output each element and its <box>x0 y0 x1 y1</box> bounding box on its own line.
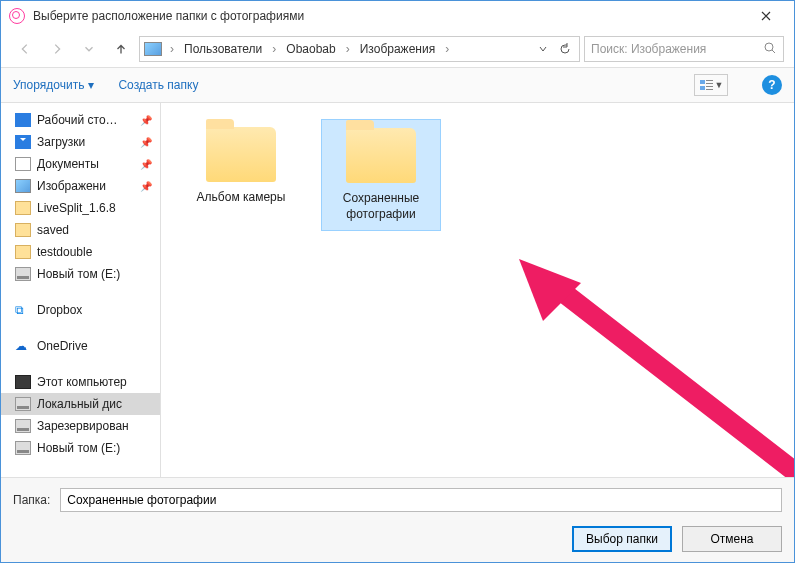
sidebar-item-testdouble[interactable]: testdouble <box>1 241 160 263</box>
svg-rect-3 <box>706 83 713 84</box>
pin-icon: 📌 <box>140 159 152 170</box>
up-button[interactable] <box>107 36 135 62</box>
drive-icon <box>15 267 31 281</box>
cancel-button[interactable]: Отмена <box>682 526 782 552</box>
titlebar: Выберите расположение папки с фотография… <box>1 1 794 31</box>
svg-point-0 <box>765 43 773 51</box>
documents-icon <box>15 157 31 171</box>
search-input[interactable] <box>591 42 763 56</box>
new-folder-button[interactable]: Создать папку <box>118 78 198 92</box>
chevron-down-icon: ▾ <box>88 78 94 92</box>
sidebar-item-onedrive[interactable]: ☁OneDrive <box>1 335 160 357</box>
address-bar: › Пользователи › Obaobab › Изображения › <box>1 31 794 67</box>
crumb-user[interactable]: Obaobab <box>282 40 339 58</box>
window-title: Выберите расположение папки с фотография… <box>33 9 746 23</box>
desktop-icon <box>15 113 31 127</box>
sidebar-item-dropbox[interactable]: ⧉Dropbox <box>1 299 160 321</box>
svg-rect-6 <box>706 89 713 90</box>
onedrive-icon: ☁ <box>15 339 31 353</box>
crumb-users[interactable]: Пользователи <box>180 40 266 58</box>
app-icon <box>9 8 25 24</box>
breadcrumb[interactable]: › Пользователи › Obaobab › Изображения › <box>139 36 580 62</box>
pin-icon: 📌 <box>140 137 152 148</box>
sidebar-item-volume-e-1[interactable]: Новый том (E:) <box>1 263 160 285</box>
close-button[interactable] <box>746 2 786 30</box>
downloads-icon <box>15 135 31 149</box>
sidebar-item-reserved[interactable]: Зарезервирован <box>1 415 160 437</box>
chevron-right-icon: › <box>166 42 178 56</box>
sidebar-item-this-pc[interactable]: Этот компьютер <box>1 371 160 393</box>
sidebar-item-livesplit[interactable]: LiveSplit_1.6.8 <box>1 197 160 219</box>
address-dropdown[interactable] <box>533 44 553 54</box>
chevron-right-icon: › <box>268 42 280 56</box>
annotation-arrow <box>501 253 794 477</box>
folder-name-input[interactable] <box>60 488 782 512</box>
pictures-icon <box>144 42 162 56</box>
chevron-right-icon: › <box>441 42 453 56</box>
crumb-pictures[interactable]: Изображения <box>356 40 439 58</box>
button-row: Выбор папки Отмена <box>13 526 782 552</box>
folder-name-row: Папка: <box>13 488 782 512</box>
sidebar-item-desktop[interactable]: Рабочий сто…📌 <box>1 109 160 131</box>
search-box[interactable] <box>584 36 784 62</box>
navigation-pane[interactable]: Рабочий сто…📌 Загрузки📌 Документы📌 Изобр… <box>1 103 161 477</box>
drive-icon <box>15 419 31 433</box>
svg-rect-5 <box>706 86 713 87</box>
svg-rect-1 <box>700 80 705 84</box>
folder-icon <box>15 223 31 237</box>
sidebar-item-pictures[interactable]: Изображени📌 <box>1 175 160 197</box>
help-button[interactable]: ? <box>762 75 782 95</box>
pin-icon: 📌 <box>140 181 152 192</box>
search-icon <box>763 41 777 58</box>
folder-label: Альбом камеры <box>197 190 286 206</box>
chevron-right-icon: › <box>342 42 354 56</box>
dropbox-icon: ⧉ <box>15 303 31 317</box>
organize-button[interactable]: Упорядочить ▾ <box>13 78 94 92</box>
drive-icon <box>15 397 31 411</box>
svg-marker-7 <box>519 259 581 321</box>
drive-icon <box>15 441 31 455</box>
sidebar-item-downloads[interactable]: Загрузки📌 <box>1 131 160 153</box>
folder-icon <box>15 245 31 259</box>
toolbar: Упорядочить ▾ Создать папку ▼ ? <box>1 67 794 103</box>
back-button[interactable] <box>11 36 39 62</box>
folder-icon <box>346 128 416 183</box>
recent-dropdown[interactable] <box>75 36 103 62</box>
dialog-body: Рабочий сто…📌 Загрузки📌 Документы📌 Изобр… <box>1 103 794 477</box>
pictures-icon <box>15 179 31 193</box>
pc-icon <box>15 375 31 389</box>
folder-view[interactable]: Альбом камеры Сохраненные фотографии <box>161 103 794 477</box>
view-options-button[interactable]: ▼ <box>694 74 728 96</box>
forward-button[interactable] <box>43 36 71 62</box>
sidebar-item-volume-e-2[interactable]: Новый том (E:) <box>1 437 160 459</box>
folder-picker-dialog: Выберите расположение папки с фотография… <box>0 0 795 563</box>
folder-icon <box>206 127 276 182</box>
sidebar-item-local-disk[interactable]: Локальный дис <box>1 393 160 415</box>
pin-icon: 📌 <box>140 115 152 126</box>
folder-label: Папка: <box>13 493 50 507</box>
svg-rect-2 <box>706 80 713 81</box>
sidebar-item-documents[interactable]: Документы📌 <box>1 153 160 175</box>
folder-saved-photos[interactable]: Сохраненные фотографии <box>321 119 441 231</box>
folder-label: Сохраненные фотографии <box>326 191 436 222</box>
folder-camera-album[interactable]: Альбом камеры <box>181 119 301 214</box>
bottom-bar: Папка: Выбор папки Отмена <box>1 477 794 562</box>
sidebar-item-saved[interactable]: saved <box>1 219 160 241</box>
svg-rect-4 <box>700 86 705 90</box>
select-folder-button[interactable]: Выбор папки <box>572 526 672 552</box>
folder-icon <box>15 201 31 215</box>
refresh-button[interactable] <box>555 43 575 55</box>
